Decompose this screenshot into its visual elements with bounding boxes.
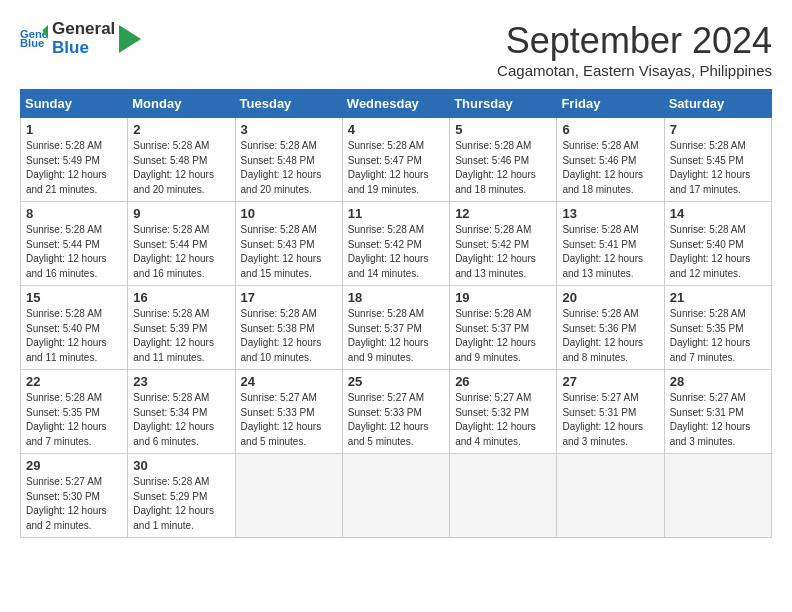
day-number: 27 xyxy=(562,374,658,389)
day-number: 15 xyxy=(26,290,122,305)
day-info: Sunrise: 5:28 AMSunset: 5:39 PMDaylight:… xyxy=(133,307,229,365)
table-row: 12Sunrise: 5:28 AMSunset: 5:42 PMDayligh… xyxy=(450,202,557,286)
day-number: 21 xyxy=(670,290,766,305)
day-number: 22 xyxy=(26,374,122,389)
day-number: 1 xyxy=(26,122,122,137)
day-number: 2 xyxy=(133,122,229,137)
day-number: 25 xyxy=(348,374,444,389)
day-number: 18 xyxy=(348,290,444,305)
calendar-table: Sunday Monday Tuesday Wednesday Thursday… xyxy=(20,89,772,538)
day-number: 3 xyxy=(241,122,337,137)
title-area: September 2024 Cagamotan, Eastern Visaya… xyxy=(497,20,772,79)
table-row: 2Sunrise: 5:28 AMSunset: 5:48 PMDaylight… xyxy=(128,118,235,202)
day-info: Sunrise: 5:28 AMSunset: 5:42 PMDaylight:… xyxy=(348,223,444,281)
table-row: 7Sunrise: 5:28 AMSunset: 5:45 PMDaylight… xyxy=(664,118,771,202)
day-info: Sunrise: 5:28 AMSunset: 5:37 PMDaylight:… xyxy=(455,307,551,365)
day-info: Sunrise: 5:28 AMSunset: 5:45 PMDaylight:… xyxy=(670,139,766,197)
table-row: 23Sunrise: 5:28 AMSunset: 5:34 PMDayligh… xyxy=(128,370,235,454)
day-info: Sunrise: 5:27 AMSunset: 5:32 PMDaylight:… xyxy=(455,391,551,449)
day-number: 4 xyxy=(348,122,444,137)
day-info: Sunrise: 5:28 AMSunset: 5:37 PMDaylight:… xyxy=(348,307,444,365)
logo-icon: General Blue xyxy=(20,25,48,53)
day-info: Sunrise: 5:27 AMSunset: 5:31 PMDaylight:… xyxy=(562,391,658,449)
header-saturday: Saturday xyxy=(664,90,771,118)
table-row: 6Sunrise: 5:28 AMSunset: 5:46 PMDaylight… xyxy=(557,118,664,202)
header-wednesday: Wednesday xyxy=(342,90,449,118)
day-info: Sunrise: 5:28 AMSunset: 5:47 PMDaylight:… xyxy=(348,139,444,197)
day-number: 20 xyxy=(562,290,658,305)
day-number: 12 xyxy=(455,206,551,221)
table-row: 29Sunrise: 5:27 AMSunset: 5:30 PMDayligh… xyxy=(21,454,128,538)
day-info: Sunrise: 5:28 AMSunset: 5:29 PMDaylight:… xyxy=(133,475,229,533)
day-number: 26 xyxy=(455,374,551,389)
day-info: Sunrise: 5:28 AMSunset: 5:48 PMDaylight:… xyxy=(241,139,337,197)
table-row: 30Sunrise: 5:28 AMSunset: 5:29 PMDayligh… xyxy=(128,454,235,538)
day-info: Sunrise: 5:27 AMSunset: 5:33 PMDaylight:… xyxy=(241,391,337,449)
calendar-week-row: 1Sunrise: 5:28 AMSunset: 5:49 PMDaylight… xyxy=(21,118,772,202)
table-row: 22Sunrise: 5:28 AMSunset: 5:35 PMDayligh… xyxy=(21,370,128,454)
day-info: Sunrise: 5:28 AMSunset: 5:49 PMDaylight:… xyxy=(26,139,122,197)
header-tuesday: Tuesday xyxy=(235,90,342,118)
table-row: 25Sunrise: 5:27 AMSunset: 5:33 PMDayligh… xyxy=(342,370,449,454)
day-number: 19 xyxy=(455,290,551,305)
day-info: Sunrise: 5:28 AMSunset: 5:46 PMDaylight:… xyxy=(455,139,551,197)
svg-marker-3 xyxy=(119,25,141,53)
month-year-title: September 2024 xyxy=(497,20,772,62)
day-info: Sunrise: 5:28 AMSunset: 5:43 PMDaylight:… xyxy=(241,223,337,281)
day-number: 6 xyxy=(562,122,658,137)
day-number: 28 xyxy=(670,374,766,389)
table-row: 28Sunrise: 5:27 AMSunset: 5:31 PMDayligh… xyxy=(664,370,771,454)
day-info: Sunrise: 5:28 AMSunset: 5:42 PMDaylight:… xyxy=(455,223,551,281)
table-row: 13Sunrise: 5:28 AMSunset: 5:41 PMDayligh… xyxy=(557,202,664,286)
day-info: Sunrise: 5:27 AMSunset: 5:33 PMDaylight:… xyxy=(348,391,444,449)
table-row: 3Sunrise: 5:28 AMSunset: 5:48 PMDaylight… xyxy=(235,118,342,202)
page-header: General Blue General Blue September 2024… xyxy=(20,20,772,79)
table-row: 16Sunrise: 5:28 AMSunset: 5:39 PMDayligh… xyxy=(128,286,235,370)
day-number: 9 xyxy=(133,206,229,221)
day-number: 13 xyxy=(562,206,658,221)
day-info: Sunrise: 5:28 AMSunset: 5:44 PMDaylight:… xyxy=(26,223,122,281)
table-row: 5Sunrise: 5:28 AMSunset: 5:46 PMDaylight… xyxy=(450,118,557,202)
day-number: 30 xyxy=(133,458,229,473)
svg-text:Blue: Blue xyxy=(20,37,44,49)
table-row xyxy=(557,454,664,538)
table-row: 9Sunrise: 5:28 AMSunset: 5:44 PMDaylight… xyxy=(128,202,235,286)
day-number: 17 xyxy=(241,290,337,305)
calendar-week-row: 8Sunrise: 5:28 AMSunset: 5:44 PMDaylight… xyxy=(21,202,772,286)
location-subtitle: Cagamotan, Eastern Visayas, Philippines xyxy=(497,62,772,79)
day-info: Sunrise: 5:28 AMSunset: 5:40 PMDaylight:… xyxy=(26,307,122,365)
day-number: 11 xyxy=(348,206,444,221)
day-info: Sunrise: 5:27 AMSunset: 5:31 PMDaylight:… xyxy=(670,391,766,449)
table-row: 27Sunrise: 5:27 AMSunset: 5:31 PMDayligh… xyxy=(557,370,664,454)
table-row: 20Sunrise: 5:28 AMSunset: 5:36 PMDayligh… xyxy=(557,286,664,370)
day-info: Sunrise: 5:28 AMSunset: 5:35 PMDaylight:… xyxy=(26,391,122,449)
day-info: Sunrise: 5:28 AMSunset: 5:40 PMDaylight:… xyxy=(670,223,766,281)
day-number: 29 xyxy=(26,458,122,473)
day-info: Sunrise: 5:28 AMSunset: 5:34 PMDaylight:… xyxy=(133,391,229,449)
table-row: 8Sunrise: 5:28 AMSunset: 5:44 PMDaylight… xyxy=(21,202,128,286)
day-number: 7 xyxy=(670,122,766,137)
weekday-header-row: Sunday Monday Tuesday Wednesday Thursday… xyxy=(21,90,772,118)
day-number: 24 xyxy=(241,374,337,389)
table-row xyxy=(342,454,449,538)
day-info: Sunrise: 5:28 AMSunset: 5:41 PMDaylight:… xyxy=(562,223,658,281)
header-sunday: Sunday xyxy=(21,90,128,118)
table-row: 18Sunrise: 5:28 AMSunset: 5:37 PMDayligh… xyxy=(342,286,449,370)
table-row: 21Sunrise: 5:28 AMSunset: 5:35 PMDayligh… xyxy=(664,286,771,370)
day-number: 5 xyxy=(455,122,551,137)
calendar-week-row: 29Sunrise: 5:27 AMSunset: 5:30 PMDayligh… xyxy=(21,454,772,538)
table-row: 11Sunrise: 5:28 AMSunset: 5:42 PMDayligh… xyxy=(342,202,449,286)
day-info: Sunrise: 5:28 AMSunset: 5:35 PMDaylight:… xyxy=(670,307,766,365)
table-row: 17Sunrise: 5:28 AMSunset: 5:38 PMDayligh… xyxy=(235,286,342,370)
day-number: 8 xyxy=(26,206,122,221)
calendar-week-row: 22Sunrise: 5:28 AMSunset: 5:35 PMDayligh… xyxy=(21,370,772,454)
table-row: 24Sunrise: 5:27 AMSunset: 5:33 PMDayligh… xyxy=(235,370,342,454)
logo: General Blue General Blue xyxy=(20,20,141,57)
table-row: 19Sunrise: 5:28 AMSunset: 5:37 PMDayligh… xyxy=(450,286,557,370)
table-row xyxy=(450,454,557,538)
day-number: 10 xyxy=(241,206,337,221)
day-info: Sunrise: 5:28 AMSunset: 5:38 PMDaylight:… xyxy=(241,307,337,365)
logo-blue: Blue xyxy=(52,39,115,58)
day-info: Sunrise: 5:28 AMSunset: 5:44 PMDaylight:… xyxy=(133,223,229,281)
header-thursday: Thursday xyxy=(450,90,557,118)
